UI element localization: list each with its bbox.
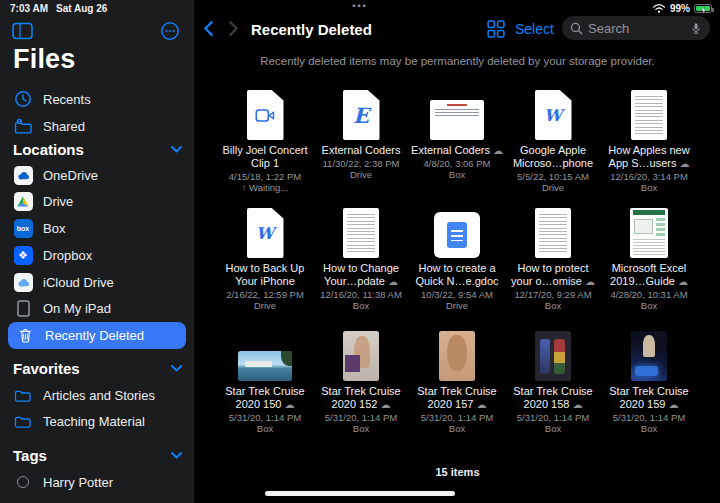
- tag-circle-icon: [13, 472, 33, 492]
- file-date: 4/8/20, 3:06 PM: [423, 158, 490, 169]
- text-document-thumbnail: [631, 90, 667, 140]
- file-item[interactable]: Star Trek Cruise 2020 158☁ 5/31/20, 1:14…: [505, 333, 601, 434]
- file-location: Drive: [542, 182, 564, 193]
- file-date: 12/16/20, 3:14 PM: [610, 171, 688, 182]
- more-options-button[interactable]: [160, 21, 180, 41]
- search-bar[interactable]: [562, 16, 710, 40]
- photo-thumbnail: [238, 351, 292, 381]
- trash-icon: [15, 328, 35, 343]
- sidebar-item-label: OneDrive: [43, 168, 98, 183]
- cloud-download-icon: ☁: [678, 276, 688, 287]
- window-controls-dots[interactable]: •••: [0, 1, 720, 11]
- box-icon: box: [13, 218, 33, 238]
- file-item[interactable]: How to create a Quick N…e.gdoc 10/3/22, …: [409, 204, 505, 311]
- view-options-button[interactable]: [487, 20, 505, 38]
- file-location: Box: [449, 169, 465, 180]
- folder-icon: [13, 411, 33, 431]
- file-item[interactable]: How to protect your o…omise☁ 12/17/20, 9…: [505, 204, 601, 311]
- file-location: Drive: [350, 169, 372, 180]
- ipad-icon: [13, 298, 33, 318]
- cloud-download-icon: ☁: [585, 276, 595, 287]
- sidebar-item-onedrive[interactable]: OneDrive: [13, 165, 186, 185]
- sidebar-item-tag-harry-potter[interactable]: Harry Potter: [13, 472, 186, 492]
- video-document-icon: [247, 90, 284, 140]
- cloud-download-icon: ☁: [380, 399, 390, 410]
- file-location: Box: [641, 423, 657, 434]
- file-item[interactable]: W Google Apple Microso…phone 5/5/22, 10:…: [505, 86, 601, 193]
- sidebar-item-label: Harry Potter: [43, 475, 113, 490]
- file-date: 5/31/20, 1:14 PM: [229, 412, 301, 423]
- photo-thumbnail: [343, 331, 379, 381]
- photo-thumbnail: [439, 331, 475, 381]
- onedrive-icon: [13, 165, 33, 185]
- chevron-down-icon: [171, 146, 182, 153]
- sidebar-item-label: Shared: [43, 119, 85, 134]
- file-name: How to Back Up Your iPhone: [218, 262, 312, 288]
- sidebar-toggle-button[interactable]: [12, 22, 34, 40]
- file-name: Star Trek Cruise 2020 157☁: [410, 385, 504, 411]
- section-header-locations[interactable]: Locations: [13, 139, 182, 159]
- file-name: Google Apple Microso…phone: [506, 144, 600, 170]
- items-count: 15 items: [195, 466, 720, 478]
- microphone-icon[interactable]: [690, 21, 702, 36]
- cloud-download-icon: ☁: [476, 399, 486, 410]
- cloud-download-icon: ☁: [284, 399, 294, 410]
- sidebar-item-box[interactable]: box Box: [13, 218, 186, 238]
- document-icon: E: [343, 90, 380, 140]
- shared-folder-icon: [13, 116, 33, 136]
- file-item[interactable]: Star Trek Cruise 2020 150☁ 5/31/20, 1:14…: [217, 333, 313, 434]
- file-item[interactable]: Star Trek Cruise 2020 159☁ 5/31/20, 1:14…: [601, 333, 697, 434]
- file-date: 10/3/22, 9:54 AM: [421, 289, 493, 300]
- file-location: Box: [257, 423, 273, 434]
- file-date: 5/31/20, 1:14 PM: [421, 412, 493, 423]
- file-item[interactable]: Billy Joel Concert Clip 1 4/15/18, 1:22 …: [217, 86, 313, 193]
- file-name: How Apples new App S…users☁: [602, 144, 696, 170]
- sidebar-item-label: On My iPad: [43, 301, 111, 316]
- search-input[interactable]: [588, 21, 685, 36]
- file-item[interactable]: Star Trek Cruise 2020 152☁ 5/31/20, 1:14…: [313, 333, 409, 434]
- back-button[interactable]: [203, 20, 217, 38]
- file-location: Box: [641, 300, 657, 311]
- file-item[interactable]: Microsoft Excel 2019…Guide☁ 4/28/20, 10:…: [601, 204, 697, 311]
- file-item[interactable]: Star Trek Cruise 2020 157☁ 5/31/20, 1:14…: [409, 333, 505, 434]
- page-title: Recently Deleted: [251, 21, 372, 38]
- word-document-icon: W: [247, 208, 284, 258]
- file-item[interactable]: How to Change Your…pdate☁ 12/16/20, 11:3…: [313, 204, 409, 311]
- sidebar-item-teaching-material[interactable]: Teaching Material: [13, 411, 186, 431]
- select-button[interactable]: Select: [515, 21, 554, 37]
- cloud-download-icon: ☁: [668, 399, 678, 410]
- status-bar-right: 99%: [652, 3, 712, 14]
- google-docs-icon: [434, 212, 480, 258]
- cloud-download-icon: ☁: [679, 158, 689, 169]
- sidebar-item-dropbox[interactable]: ❖ Dropbox: [13, 245, 186, 265]
- sidebar-item-articles-and-stories[interactable]: Articles and Stories: [13, 385, 186, 405]
- section-header-tags[interactable]: Tags: [13, 445, 182, 465]
- file-location: Box: [641, 182, 657, 193]
- file-date: 5/31/20, 1:14 PM: [325, 412, 397, 423]
- battery-percent: 99%: [670, 3, 690, 14]
- file-date: 5/5/22, 10:15 AM: [517, 171, 589, 182]
- file-item[interactable]: How Apples new App S…users☁ 12/16/20, 3:…: [601, 86, 697, 193]
- forward-button[interactable]: [228, 20, 242, 38]
- file-date: 12/16/20, 11:38 AM: [320, 289, 402, 300]
- file-name: Star Trek Cruise 2020 150☁: [218, 385, 312, 411]
- sidebar-item-shared[interactable]: Shared: [13, 116, 186, 136]
- file-name: Microsoft Excel 2019…Guide☁: [602, 262, 696, 288]
- sidebar-item-recents[interactable]: Recents: [13, 89, 186, 109]
- sidebar: 7:03 AM Sat Aug 26 Files Recents Shared …: [0, 0, 195, 503]
- file-item[interactable]: W How to Back Up Your iPhone 2/16/22, 12…: [217, 204, 313, 311]
- file-location: Box: [545, 423, 561, 434]
- section-header-favorites[interactable]: Favorites: [13, 358, 182, 378]
- clock-icon: [13, 89, 33, 109]
- file-item[interactable]: External Coders☁ 4/8/20, 3:06 PM Box: [409, 86, 505, 193]
- cloud-download-icon: ☁: [388, 276, 398, 287]
- file-date: 4/28/20, 10:31 AM: [610, 289, 687, 300]
- sidebar-item-recently-deleted[interactable]: Recently Deleted: [8, 322, 186, 349]
- sidebar-item-icloud-drive[interactable]: iCloud Drive: [13, 272, 186, 292]
- spreadsheet-thumbnail: [430, 100, 484, 140]
- excel-guide-thumbnail: [630, 208, 668, 258]
- file-item[interactable]: E External Coders 11/30/22, 2:38 PM Driv…: [313, 86, 409, 193]
- home-indicator[interactable]: [265, 491, 455, 496]
- sidebar-item-drive[interactable]: Drive: [13, 191, 186, 211]
- sidebar-item-on-my-ipad[interactable]: On My iPad: [13, 298, 186, 318]
